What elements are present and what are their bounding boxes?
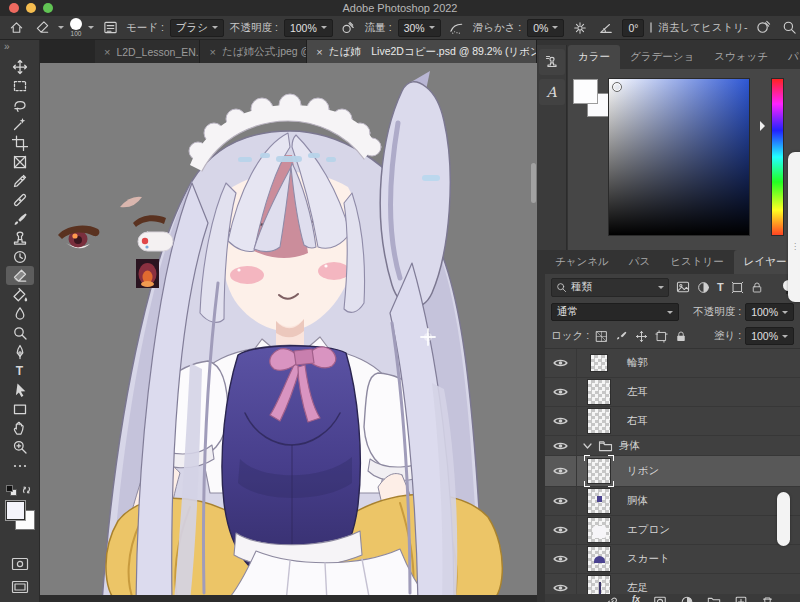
current-tool-preset-eraser-icon[interactable] — [32, 18, 52, 38]
paint-bucket-tool[interactable] — [6, 285, 34, 304]
opacity-select[interactable]: 100% — [284, 19, 333, 37]
color-field-marker[interactable] — [612, 82, 622, 92]
layer-row[interactable]: 輪郭 — [545, 349, 800, 378]
brush-picker-dropdown-arrow[interactable] — [88, 26, 94, 32]
blur-tool[interactable] — [6, 304, 34, 323]
angle-input[interactable]: 0° — [622, 19, 644, 37]
layer-name[interactable]: 輪郭 — [627, 356, 648, 370]
foreground-color-swatch[interactable] — [5, 500, 26, 521]
delete-layer-icon[interactable] — [761, 595, 774, 602]
tool-preset-dropdown-arrow[interactable] — [58, 26, 64, 32]
tab-history[interactable]: ヒストリー — [660, 250, 733, 274]
filter-smart-objects-icon[interactable] — [751, 281, 763, 294]
history-brush-tool[interactable] — [6, 247, 34, 266]
tab-patterns[interactable]: パターン — [778, 45, 800, 69]
layer-row[interactable]: 左耳 — [545, 378, 800, 407]
filter-type-layers-icon[interactable]: T — [717, 282, 724, 293]
layer-thumbnail[interactable] — [587, 488, 611, 514]
glyphs-panel-icon[interactable]: A — [539, 79, 565, 105]
lock-artboard-icon[interactable] — [655, 330, 668, 343]
screen-mode-button[interactable] — [11, 580, 29, 594]
canvas[interactable] — [40, 63, 537, 602]
edit-toolbar-icon[interactable] — [6, 456, 34, 475]
layer-visibility-toggle[interactable] — [545, 516, 577, 544]
pen-tool[interactable] — [6, 342, 34, 361]
layer-visibility-toggle[interactable] — [545, 378, 577, 406]
brush-tool[interactable] — [6, 209, 34, 228]
search-icon[interactable] — [779, 18, 799, 38]
layer-visibility-toggle[interactable] — [545, 436, 577, 455]
layer-thumbnail-selected[interactable] — [587, 458, 611, 484]
toolbar-expand-icon[interactable]: » — [4, 41, 11, 52]
layer-row[interactable]: エプロン — [545, 516, 800, 545]
eraser-tool[interactable] — [6, 266, 34, 285]
layer-name[interactable]: リボン — [627, 464, 659, 478]
layer-thumbnail[interactable] — [590, 354, 608, 372]
blend-mode-select[interactable]: 通常 — [551, 303, 679, 321]
layer-visibility-toggle[interactable] — [545, 574, 577, 594]
layer-name[interactable]: エプロン — [627, 523, 670, 537]
tab-channels[interactable]: チャンネル — [545, 250, 619, 274]
erase-to-history-checkbox[interactable] — [650, 22, 652, 33]
panel-foreground-swatch[interactable] — [573, 79, 598, 104]
hue-slider-arrow[interactable] — [760, 121, 770, 131]
layer-row[interactable]: 左足 — [545, 574, 800, 594]
marquee-tool[interactable] — [6, 76, 34, 95]
layer-name[interactable]: 右耳 — [627, 414, 648, 428]
layer-name[interactable]: 左足 — [627, 581, 648, 594]
tab-color[interactable]: カラー — [568, 45, 620, 69]
document-tab[interactable]: × たば姉公式.jpeg @ ... — [200, 40, 307, 63]
layer-name[interactable]: スカート — [627, 552, 670, 566]
swap-colors-icon[interactable] — [21, 484, 33, 496]
close-tab-icon[interactable]: × — [209, 46, 215, 58]
canvas-horizontal-scrollbar[interactable] — [40, 595, 537, 602]
clone-source-panel-icon[interactable] — [539, 49, 565, 75]
lasso-tool[interactable] — [6, 95, 34, 114]
new-group-icon[interactable] — [707, 595, 721, 602]
layer-thumbnail[interactable] — [587, 517, 611, 543]
document-tab[interactable]: × L2D_Lesson_EN.psd — [95, 40, 200, 63]
move-tool[interactable] — [6, 57, 34, 76]
tab-gradients[interactable]: グラデーショ — [620, 45, 704, 69]
canvas-vertical-scrollbar[interactable] — [531, 163, 536, 203]
spot-healing-brush-tool[interactable] — [6, 190, 34, 209]
layer-style-icon[interactable]: fx — [632, 595, 640, 602]
lock-position-icon[interactable] — [635, 330, 648, 343]
document-tab-active[interactable]: × たば姉 Live2Dコピー.psd @ 89.2% (リボン, RGB/8)… — [307, 40, 537, 63]
path-selection-tool[interactable] — [6, 380, 34, 399]
default-colors-icon[interactable] — [6, 485, 17, 496]
layer-visibility-toggle[interactable] — [545, 487, 577, 515]
smoothing-select[interactable]: 0% — [527, 19, 564, 37]
close-tab-icon[interactable]: × — [316, 46, 322, 58]
frame-tool[interactable] — [6, 152, 34, 171]
gear-icon[interactable] — [570, 18, 590, 38]
layer-row[interactable]: 胴体 — [545, 487, 800, 516]
filter-pixel-layers-icon[interactable] — [676, 281, 690, 293]
layer-visibility-toggle[interactable] — [545, 545, 577, 573]
pressure-opacity-icon[interactable] — [339, 18, 359, 38]
brush-settings-panel-icon[interactable] — [100, 18, 120, 38]
quick-mask-mode-button[interactable] — [11, 557, 29, 571]
layer-thumbnail[interactable] — [587, 575, 611, 594]
lock-image-pixels-icon[interactable] — [615, 330, 628, 343]
brush-preset-picker[interactable]: 100 — [70, 18, 82, 38]
crop-tool[interactable] — [6, 133, 34, 152]
eyedropper-tool[interactable] — [6, 171, 34, 190]
pressure-size-icon[interactable] — [753, 18, 773, 38]
layer-row[interactable]: 右耳 — [545, 407, 800, 436]
dodge-tool[interactable] — [6, 323, 34, 342]
layer-group-name[interactable]: 身体 — [619, 439, 640, 453]
layer-visibility-toggle[interactable] — [545, 456, 577, 486]
zoom-tool[interactable] — [6, 437, 34, 456]
layers-scrollbar-thumb[interactable] — [777, 492, 790, 546]
saturation-brightness-field[interactable] — [608, 78, 750, 236]
layer-filter-type-select[interactable]: 種類 — [551, 278, 669, 297]
airbrush-icon[interactable] — [447, 18, 467, 38]
panel-scrollbar[interactable]: ⋮ — [788, 152, 800, 302]
tab-paths[interactable]: パス — [619, 250, 661, 274]
object-selection-tool[interactable] — [6, 114, 34, 133]
clone-stamp-tool[interactable] — [6, 228, 34, 247]
layer-name[interactable]: 胴体 — [627, 494, 648, 508]
home-icon[interactable] — [6, 18, 26, 38]
layer-thumbnail[interactable] — [587, 408, 611, 434]
